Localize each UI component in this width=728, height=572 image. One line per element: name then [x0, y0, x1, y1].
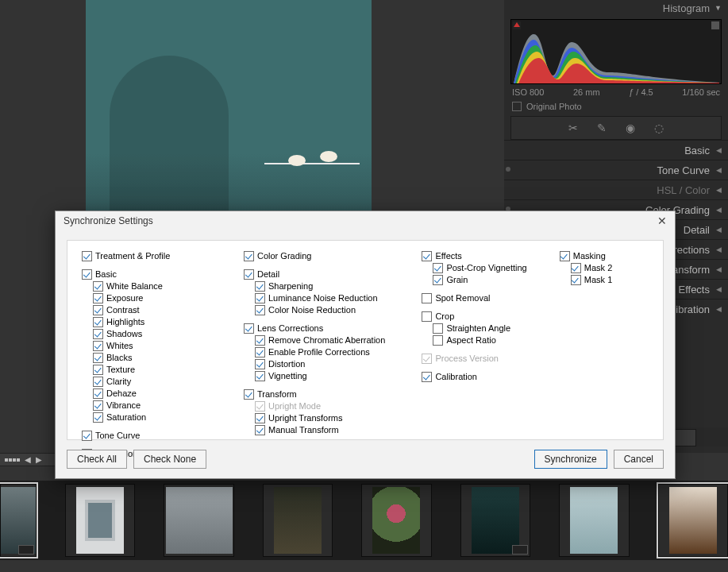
chk-post-crop-vignetting[interactable]: Post-Crop Vignetting	[433, 262, 559, 274]
histogram-header[interactable]: Histogram ▼	[504, 0, 728, 16]
chk-whites[interactable]: Whites	[93, 340, 244, 352]
redeye-tool-icon[interactable]: ◉	[626, 122, 635, 134]
thumb-2[interactable]	[164, 484, 233, 557]
chk-clarity[interactable]: Clarity	[93, 376, 244, 388]
checkbox-icon	[93, 400, 103, 411]
label: Whites	[106, 340, 133, 352]
chk-process-version: Process Version	[422, 353, 559, 365]
checkbox-icon	[93, 365, 103, 375]
chk-manual-transform[interactable]: Manual Transform	[255, 424, 422, 436]
panel-label: Detail	[684, 224, 710, 236]
chk-masking[interactable]: Masking	[560, 250, 649, 262]
chk-enable-profile[interactable]: Enable Profile Corrections	[255, 346, 422, 358]
prev-arrow-icon[interactable]: ◀	[25, 455, 31, 464]
check-none-button[interactable]: Check None	[133, 450, 206, 469]
chk-mask-1[interactable]: Mask 1	[571, 274, 649, 286]
chk-color-grading[interactable]: Color Grading	[244, 250, 422, 262]
synchronize-button[interactable]: Synchronize	[534, 450, 607, 469]
chk-lens-corrections[interactable]: Lens Corrections	[244, 323, 422, 334]
panel-basic[interactable]: Basic◀	[504, 140, 728, 160]
original-photo-label: Original Photo	[526, 102, 582, 111]
thumb-5[interactable]	[460, 484, 530, 557]
tool-strip: ✂ ✎ ◉ ◌	[510, 116, 722, 140]
histogram[interactable]	[510, 19, 722, 84]
chk-vignetting[interactable]: Vignetting	[255, 370, 422, 382]
label: White Balance	[106, 280, 163, 292]
chk-white-balance[interactable]: White Balance	[93, 280, 244, 292]
checkbox-icon	[255, 305, 265, 315]
chk-exposure[interactable]: Exposure	[93, 292, 244, 304]
label: Luminance Noise Reduction	[268, 292, 378, 304]
next-arrow-icon[interactable]: ▶	[36, 455, 42, 464]
label: Straighten Angle	[446, 323, 510, 334]
label: Check None	[144, 454, 196, 465]
panel-hsl-color[interactable]: HSL / Color◀	[504, 180, 728, 199]
thumb-3[interactable]	[263, 484, 333, 557]
chk-grain[interactable]: Grain	[433, 274, 559, 286]
chk-straighten-angle[interactable]: Straighten Angle	[433, 323, 559, 334]
checkbox-icon	[93, 412, 103, 423]
label: Shadows	[106, 328, 142, 340]
chk-tone-curve[interactable]: Tone Curve	[82, 430, 244, 442]
chk-highlights[interactable]: Highlights	[93, 316, 244, 328]
chk-distortion[interactable]: Distortion	[255, 358, 422, 370]
chk-contrast[interactable]: Contrast	[93, 304, 244, 316]
chk-dehaze[interactable]: Dehaze	[93, 388, 244, 400]
chk-saturation[interactable]: Saturation	[93, 412, 244, 423]
chk-aspect-ratio[interactable]: Aspect Ratio	[433, 334, 559, 346]
filmstrip[interactable]	[0, 481, 728, 560]
chk-color-noise[interactable]: Color Noise Reduction	[255, 304, 422, 316]
checkbox-icon	[433, 323, 443, 334]
panel-tone-curve[interactable]: Tone Curve◀	[504, 160, 728, 180]
label: Process Version	[435, 353, 498, 365]
checkbox-icon	[93, 281, 103, 292]
chk-blacks[interactable]: Blacks	[93, 352, 244, 364]
checkbox-icon	[255, 401, 265, 412]
label: Crop	[435, 311, 454, 323]
label: Exposure	[106, 292, 143, 304]
label: Remove Chromatic Aberration	[268, 334, 385, 346]
grid-view-icon[interactable]	[5, 458, 20, 462]
chk-mask-2[interactable]: Mask 2	[571, 262, 649, 274]
label: Effects	[435, 250, 461, 262]
chk-effects[interactable]: Effects	[422, 250, 559, 262]
label: Calibration	[435, 371, 477, 383]
chk-luminance-noise[interactable]: Luminance Noise Reduction	[255, 292, 422, 304]
chk-shadows[interactable]: Shadows	[93, 328, 244, 340]
chk-texture[interactable]: Texture	[93, 364, 244, 376]
label: Contrast	[106, 304, 140, 316]
heal-tool-icon[interactable]: ✎	[597, 122, 607, 134]
thumb-4[interactable]	[361, 484, 431, 557]
label: Detail	[257, 269, 279, 280]
thumb-1[interactable]	[65, 484, 135, 557]
chk-remove-chromatic[interactable]: Remove Chromatic Aberration	[255, 334, 422, 346]
label: Dehaze	[106, 388, 137, 400]
label: Masking	[573, 250, 606, 262]
chk-vibrance[interactable]: Vibrance	[93, 400, 244, 412]
panel-label: Effects	[678, 284, 710, 296]
chk-detail[interactable]: Detail	[244, 269, 422, 280]
chk-basic[interactable]: Basic	[82, 269, 244, 280]
cancel-button[interactable]: Cancel	[614, 450, 664, 469]
aperture-value: ƒ / 4.5	[629, 87, 653, 97]
crop-tool-icon[interactable]: ✂	[568, 122, 578, 134]
chk-spot-removal[interactable]: Spot Removal	[422, 292, 559, 304]
panel-label: ansform	[672, 264, 710, 276]
chk-transform[interactable]: Transform	[244, 388, 422, 400]
chk-sharpening[interactable]: Sharpening	[255, 280, 422, 292]
label: Color Noise Reduction	[268, 304, 356, 316]
chk-treatment-profile[interactable]: Treatment & Profile	[82, 250, 244, 262]
chk-crop[interactable]: Crop	[422, 311, 559, 323]
label: Synchronize	[545, 454, 597, 465]
thumb-6[interactable]	[559, 484, 629, 557]
label: Aspect Ratio	[446, 334, 495, 346]
close-icon[interactable]: ✕	[657, 214, 667, 227]
mask-tool-icon[interactable]: ◌	[654, 122, 664, 134]
check-all-button[interactable]: Check All	[67, 450, 127, 469]
original-photo-toggle[interactable]: Original Photo	[512, 102, 720, 111]
chk-calibration[interactable]: Calibration	[422, 371, 559, 383]
thumb-7[interactable]	[658, 484, 728, 557]
collapse-icon: ◀	[716, 166, 722, 174]
thumb-0[interactable]	[0, 484, 37, 557]
chk-upright-transforms[interactable]: Upright Transforms	[255, 412, 422, 424]
